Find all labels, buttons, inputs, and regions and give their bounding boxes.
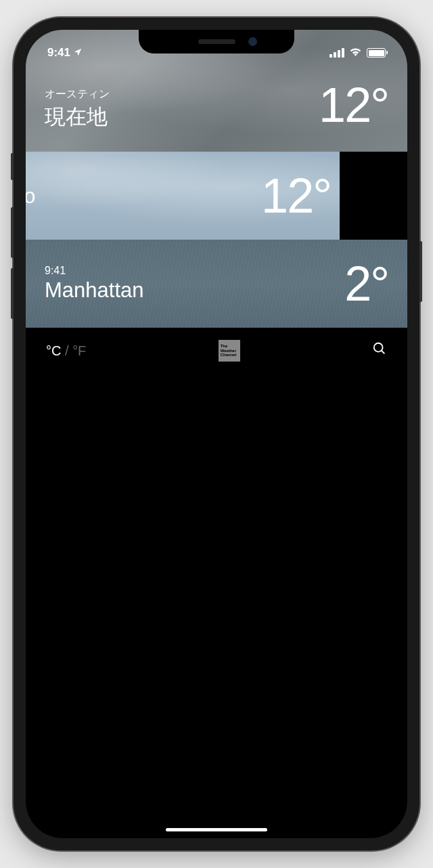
notch <box>139 30 294 53</box>
location-arrow-icon <box>73 47 83 59</box>
city-row-francisco[interactable]: Francisco 12° 削除 <box>26 152 340 240</box>
city-name: Francisco <box>26 184 35 209</box>
status-time: 9:41 <box>47 46 70 60</box>
city-name: Manhattan <box>45 278 144 303</box>
city-temperature: 12° <box>261 168 331 223</box>
search-icon[interactable] <box>372 341 387 360</box>
battery-icon <box>367 48 386 58</box>
city-row-manhattan[interactable]: 9:41 Manhattan 2° <box>26 240 407 328</box>
screen: 9:41 <box>26 30 407 838</box>
fahrenheit-label: °F <box>72 343 86 358</box>
home-indicator[interactable] <box>166 828 267 831</box>
svg-point-0 <box>374 343 383 352</box>
phone-device-frame: 9:41 <box>14 18 419 850</box>
cellular-signal-icon <box>329 48 344 58</box>
city-temperature: 12° <box>319 77 388 133</box>
svg-line-1 <box>382 351 385 354</box>
city-subtitle: オースティン <box>45 87 110 102</box>
celsius-label: °C <box>46 343 61 358</box>
city-list: 9:41 <box>26 30 407 328</box>
status-bar-right <box>329 46 386 60</box>
status-bar-left: 9:41 <box>47 46 83 60</box>
city-time: 9:41 <box>45 265 144 277</box>
wifi-icon <box>349 46 362 60</box>
temperature-unit-toggle[interactable]: °C / °F <box>46 343 86 359</box>
footer-bar: °C / °F The Weather Channel <box>26 328 407 374</box>
weather-channel-logo[interactable]: The Weather Channel <box>219 340 240 362</box>
unit-separator: / <box>61 343 72 358</box>
city-temperature: 2° <box>344 256 388 311</box>
city-name: 現在地 <box>45 103 110 131</box>
